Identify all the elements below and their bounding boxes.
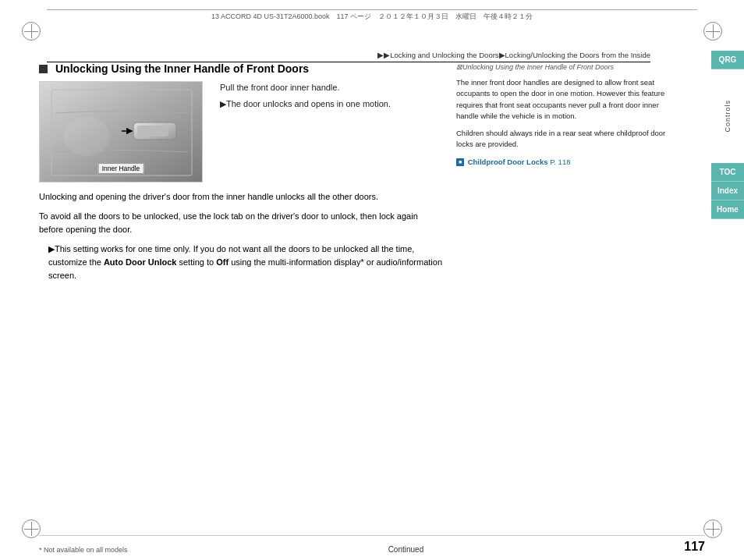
instruction-sub: ▶The door unlocks and opens in one motio… <box>220 97 445 111</box>
section-icon <box>39 65 48 73</box>
print-info: 13 ACCORD 4D US-31T2A6000.book 117 ページ ２… <box>47 9 697 22</box>
footer-note: * Not available on all models <box>39 546 128 554</box>
reg-mark-bl <box>22 519 41 538</box>
right-column: ⊠Unlocking Using the Inner Handle of Fro… <box>456 62 666 167</box>
tab-home[interactable]: Home <box>711 200 744 219</box>
instruction-main: Pull the front door inner handle. <box>220 81 445 94</box>
left-column: Unlocking Using the Inner Handle of Fron… <box>39 62 445 289</box>
svg-point-5 <box>63 117 110 156</box>
controls-label: Controls <box>724 100 732 133</box>
tab-toc[interactable]: TOC <box>711 163 744 182</box>
main-content: Unlocking Using the Inner Handle of Fron… <box>39 62 705 517</box>
body-text: Unlocking and opening the driver's door … <box>39 190 445 282</box>
footer: * Not available on all models Continued … <box>39 535 705 554</box>
sidebar-nav: QRG Controls TOC Index Home <box>711 51 744 219</box>
right-col-title: ⊠Unlocking Using the Inner Handle of Fro… <box>456 62 666 73</box>
page-number: 117 <box>684 540 705 554</box>
childproof-icon: ■ <box>456 158 464 166</box>
controls-section: Controls <box>711 69 744 163</box>
right-col-text2: Children should always ride in a rear se… <box>456 128 666 151</box>
childproof-link-para: ■ Childproof Door Locks P. 118 <box>456 157 666 168</box>
door-image-inner: Inner Handle <box>40 82 202 182</box>
childproof-link-page: P. 118 <box>550 158 570 166</box>
tab-qrg[interactable]: QRG <box>711 51 744 69</box>
childproof-link[interactable]: Childproof Door Locks <box>468 158 551 166</box>
section-title: Unlocking Using the Inner Handle of Fron… <box>39 62 445 75</box>
svg-rect-3 <box>137 126 168 136</box>
right-col-text1: The inner front door handles are designe… <box>456 77 666 122</box>
reg-mark-tr <box>703 22 722 41</box>
reg-mark-br <box>703 519 722 538</box>
tab-index[interactable]: Index <box>711 182 744 200</box>
body-p3: ▶This setting works for one time only. I… <box>48 243 445 282</box>
breadcrumb: ▶▶Locking and Unlocking the Doors▶Lockin… <box>47 51 650 62</box>
footer-continued: Continued <box>388 545 424 554</box>
reg-mark-tl <box>22 22 41 41</box>
body-p2: To avoid all the doors to be unlocked, u… <box>39 210 445 236</box>
inner-handle-label: Inner Handle <box>98 163 144 174</box>
image-description: Pull the front door inner handle. ▶The d… <box>220 81 445 110</box>
body-p1: Unlocking and opening the driver's door … <box>39 190 445 204</box>
door-image: Inner Handle <box>39 81 203 183</box>
